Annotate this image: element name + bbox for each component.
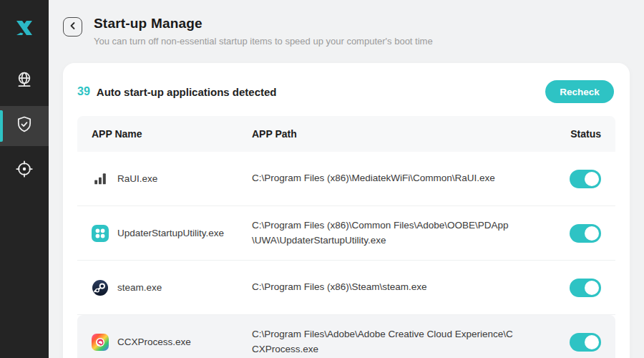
app-window: Start-up Manage You can turn off non-ess…	[0, 0, 644, 358]
sidebar-item-scan[interactable]	[0, 150, 49, 190]
back-button[interactable]	[63, 17, 82, 37]
app-name-cell: UpdaterStartupUtility.exe	[92, 225, 252, 242]
target-icon	[14, 159, 34, 182]
main-content: Start-up Manage You can turn off non-ess…	[49, 0, 644, 358]
signal-bars-icon	[92, 170, 109, 188]
app-logo	[12, 16, 36, 40]
startup-toggle[interactable]	[570, 224, 601, 243]
globe-icon	[14, 70, 34, 93]
toggle-knob	[585, 281, 599, 295]
table-header-row: APP Name APP Path Status	[77, 116, 615, 152]
table-row: RaUI.exeC:\Program Files (x86)\MediatekW…	[77, 152, 615, 206]
app-path: C:\Program Files (x86)\Steam\steam.exe	[252, 280, 527, 294]
app-name: steam.exe	[117, 281, 228, 295]
app-name: RaUI.exe	[117, 172, 228, 186]
toggle-knob	[585, 226, 599, 241]
creative-cloud-icon	[92, 334, 109, 351]
status-cell	[527, 170, 601, 188]
toggle-knob	[585, 335, 599, 349]
table-body: RaUI.exeC:\Program Files (x86)\MediatekW…	[77, 152, 615, 358]
status-cell	[527, 224, 601, 243]
startup-apps-table: APP Name APP Path Status RaUI.exeC:\Prog…	[77, 116, 615, 358]
startup-panel: 39 Auto start-up applications detected R…	[63, 63, 630, 358]
shield-check-icon	[14, 115, 34, 137]
app-path: C:\Program Files (x86)\MediatekWiFi\Comm…	[252, 171, 527, 185]
x-logo-icon	[13, 16, 36, 39]
status-cell	[527, 333, 601, 352]
steam-icon	[92, 279, 109, 296]
sidebar-item-security[interactable]	[0, 106, 49, 146]
status-cell	[527, 279, 601, 297]
chevron-left-icon	[69, 21, 77, 32]
app-name: CCXProcess.exe	[117, 335, 228, 349]
column-header-status: Status	[527, 128, 601, 140]
column-header-app-path: APP Path	[252, 128, 527, 140]
adobe-updater-icon	[92, 225, 109, 242]
app-name-cell: steam.exe	[92, 279, 252, 296]
app-path: C:\Program Files (x86)\Common Files\Adob…	[252, 218, 527, 248]
table-row: UpdaterStartupUtility.exeC:\Program File…	[77, 206, 615, 261]
app-name: UpdaterStartupUtility.exe	[117, 226, 228, 241]
sidebar-nav	[0, 62, 49, 195]
recheck-button[interactable]: Recheck	[545, 80, 614, 103]
app-name-cell: CCXProcess.exe	[92, 334, 252, 351]
startup-toggle[interactable]	[570, 170, 601, 188]
app-path: C:\Program Files\Adobe\Adobe Creative Cl…	[252, 327, 527, 357]
toggle-knob	[585, 172, 599, 186]
column-header-app-name: APP Name	[92, 128, 252, 140]
table-row: CCXProcess.exeC:\Program Files\Adobe\Ado…	[77, 315, 615, 358]
page-header: Start-up Manage You can turn off non-ess…	[49, 0, 644, 47]
panel-header: 39 Auto start-up applications detected R…	[63, 63, 630, 116]
sidebar-item-network[interactable]	[0, 62, 49, 102]
app-name-cell: RaUI.exe	[92, 170, 252, 188]
sidebar	[0, 0, 49, 358]
startup-toggle[interactable]	[570, 333, 601, 352]
startup-toggle[interactable]	[570, 279, 601, 297]
page-subtitle: You can turn off non-essential startup i…	[94, 36, 433, 47]
detected-count-label: Auto start-up applications detected	[97, 86, 277, 98]
detected-count: 39	[77, 85, 90, 98]
table-row: steam.exeC:\Program Files (x86)\Steam\st…	[77, 261, 615, 315]
page-title: Start-up Manage	[94, 16, 433, 32]
